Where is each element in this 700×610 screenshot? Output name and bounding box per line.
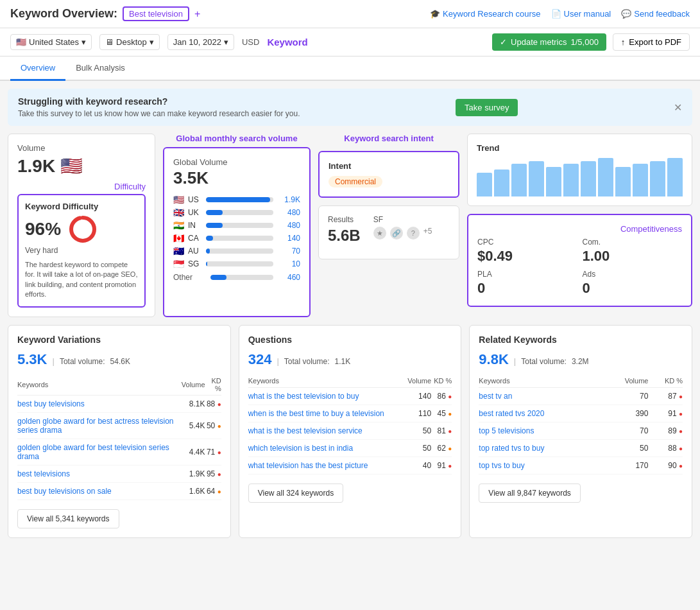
country-row: 🇨🇦 CA 140 bbox=[173, 233, 300, 243]
cpc-label: CPC bbox=[477, 238, 577, 247]
add-keyword-icon[interactable]: + bbox=[194, 8, 200, 20]
keyword-link[interactable]: which television is best in india bbox=[248, 444, 353, 453]
header-left: Keyword Overview: Best television + bbox=[10, 6, 200, 21]
chevron-down-icon: ▾ bbox=[224, 37, 228, 47]
device-label: Desktop bbox=[116, 37, 147, 47]
kd-cell: 45 ● bbox=[431, 405, 452, 422]
keyword-link[interactable]: golden globe award for best actress tele… bbox=[17, 417, 173, 435]
kd-cell: 62 ● bbox=[431, 439, 452, 457]
keyword-cell: top 5 televisions bbox=[479, 422, 603, 439]
device-dropdown[interactable]: 🖥 Desktop ▾ bbox=[99, 34, 160, 50]
keyword-link[interactable]: when is the best time to buy a televisio… bbox=[248, 409, 384, 418]
q-count: 324 bbox=[248, 351, 272, 368]
bar-container bbox=[206, 261, 273, 266]
q-stats: 324 | Total volume: 1.1K bbox=[248, 351, 452, 368]
kd-value-row: 96% bbox=[25, 215, 138, 243]
country-row: 🇺🇸 US 1.9K bbox=[173, 195, 300, 205]
keyword-link[interactable]: best rated tvs 2020 bbox=[479, 409, 544, 418]
country-dropdown[interactable]: 🇺🇸 United States ▾ bbox=[10, 34, 92, 50]
keyword-highlight: Best television bbox=[123, 6, 189, 21]
date-dropdown[interactable]: Jan 10, 2022 ▾ bbox=[167, 34, 234, 50]
keyword-cell: best tv an bbox=[479, 387, 603, 405]
update-metrics-button[interactable]: ✓ Update metrics 1/5,000 bbox=[492, 33, 606, 51]
q-col-volume: Volume bbox=[404, 374, 431, 388]
com-label: Com. bbox=[583, 238, 683, 247]
keyword-link[interactable]: what is the best television to buy bbox=[248, 392, 359, 401]
user-manual-link[interactable]: 📄 User manual bbox=[551, 9, 611, 19]
keyword-link[interactable]: best tv an bbox=[479, 392, 512, 401]
kd-dot: ● bbox=[448, 410, 452, 417]
ads-label: Ads bbox=[583, 270, 683, 279]
keyword-link[interactable]: golden globe award for best television s… bbox=[17, 443, 169, 461]
keyword-link[interactable]: best buy televisions on sale bbox=[17, 487, 112, 496]
tab-overview[interactable]: Overview bbox=[10, 57, 65, 81]
results-value: 5.6B bbox=[328, 227, 361, 245]
keyword-link[interactable]: top tvs to buy bbox=[479, 461, 524, 470]
trend-bar bbox=[546, 167, 561, 196]
q-section-title: Questions bbox=[248, 335, 292, 345]
send-feedback-link[interactable]: 💬 Send feedback bbox=[621, 9, 690, 19]
update-metrics-label: Update metrics bbox=[511, 37, 567, 47]
volume-kd-card: Volume 1.9K 🇺🇸 Difficulty Keyword Diffic… bbox=[8, 134, 155, 317]
flag-icon: 🇨🇦 bbox=[173, 233, 184, 243]
other-row: Other 460 bbox=[173, 273, 300, 282]
country-value: 70 bbox=[277, 247, 300, 256]
view-all-related-button[interactable]: View all 9,847 keywords bbox=[479, 484, 581, 503]
keyword-link[interactable]: what is the best television service bbox=[248, 426, 363, 435]
keyword-link[interactable]: best televisions bbox=[17, 469, 70, 478]
metrics-row: Volume 1.9K 🇺🇸 Difficulty Keyword Diffic… bbox=[8, 134, 692, 317]
volume-cell: 140 bbox=[404, 387, 431, 405]
keyword-cell: top rated tvs to buy bbox=[479, 439, 603, 457]
kd-percentage: 96% bbox=[25, 219, 61, 240]
trend-bar bbox=[529, 161, 544, 196]
kd-dot: ● bbox=[448, 462, 452, 469]
trend-bar bbox=[598, 158, 613, 196]
sf-col: SF ★ 🔗 ? +5 bbox=[373, 215, 432, 245]
close-icon[interactable]: ✕ bbox=[674, 101, 682, 114]
keyword-link[interactable]: top 5 televisions bbox=[479, 426, 534, 435]
toolbar: 🇺🇸 United States ▾ 🖥 Desktop ▾ Jan 10, 2… bbox=[0, 28, 700, 57]
rk-section-title: Related Keywords bbox=[479, 335, 556, 345]
table-row: top 5 televisions 70 89 ● bbox=[479, 422, 683, 439]
difficulty-label: Difficulty bbox=[17, 182, 146, 191]
other-bar-container bbox=[210, 275, 273, 280]
kd-cell: 71 ● bbox=[205, 439, 221, 465]
tab-bulk-analysis[interactable]: Bulk Analysis bbox=[65, 57, 135, 81]
pla-value: 0 bbox=[477, 280, 577, 297]
kd-dot: ● bbox=[679, 410, 683, 417]
main-content: Volume 1.9K 🇺🇸 Difficulty Keyword Diffic… bbox=[0, 134, 700, 546]
keyword-cell: best televisions bbox=[17, 465, 182, 482]
view-all-questions-button[interactable]: View all 324 keywords bbox=[248, 484, 344, 503]
keyword-research-course-link[interactable]: 🎓 Keyword Research course bbox=[430, 9, 540, 19]
global-volume-title: Global Volume bbox=[173, 157, 300, 167]
keyword-link[interactable]: best buy televisions bbox=[17, 399, 85, 408]
table-row: what is the best television service 50 8… bbox=[248, 422, 452, 439]
keyword-link[interactable]: top rated tvs to buy bbox=[479, 444, 544, 453]
tabs-bar: Overview Bulk Analysis bbox=[0, 57, 700, 81]
table-row: top tvs to buy 170 90 ● bbox=[479, 457, 683, 474]
kd-donut-chart bbox=[69, 215, 97, 243]
country-value: 140 bbox=[277, 234, 300, 243]
export-pdf-button[interactable]: ↑ Export to PDF bbox=[613, 33, 690, 51]
kv-col-keywords: Keywords bbox=[17, 374, 182, 396]
chevron-down-icon: ▾ bbox=[149, 37, 154, 47]
trend-bar bbox=[494, 170, 509, 196]
kv-table: Keywords Volume KD % best buy television… bbox=[17, 374, 221, 500]
trend-card: Trend bbox=[467, 134, 692, 206]
kd-cell: 89 ● bbox=[648, 422, 683, 439]
rk-count: 9.8K bbox=[479, 351, 508, 368]
toolbar-actions: ✓ Update metrics 1/5,000 ↑ Export to PDF bbox=[492, 33, 690, 51]
keyword-link[interactable]: what television has the best picture bbox=[248, 461, 368, 470]
star-icon: ★ bbox=[373, 227, 386, 240]
toolbar-filters: 🇺🇸 United States ▾ 🖥 Desktop ▾ Jan 10, 2… bbox=[10, 34, 308, 50]
other-value: 460 bbox=[277, 273, 300, 282]
kd-cell: 86 ● bbox=[431, 387, 452, 405]
rk-total-label: Total volume: bbox=[521, 357, 567, 366]
flag-icon: 🇦🇺 bbox=[173, 246, 184, 256]
bar-fill bbox=[206, 236, 213, 241]
view-all-kv-button[interactable]: View all 5,341 keywords bbox=[17, 509, 119, 528]
rk-col-kd: KD % bbox=[648, 374, 683, 388]
trend-title: Trend bbox=[477, 143, 683, 153]
take-survey-button[interactable]: Take survey bbox=[456, 99, 518, 116]
bar-container bbox=[206, 236, 273, 241]
